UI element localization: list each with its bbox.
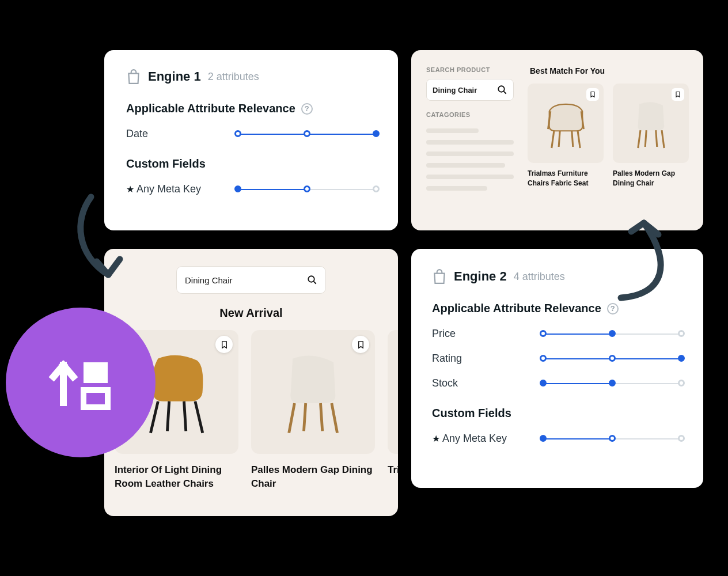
help-icon[interactable]: ? <box>607 303 619 314</box>
new-arrival-heading: New Arrival <box>104 306 398 320</box>
product-name: Trialmas Furniture Chairs Fabric Seat <box>528 169 604 188</box>
search-icon <box>497 85 507 95</box>
row-label: ★ Any Meta Key <box>432 433 507 445</box>
engine1-subtitle: 2 attributes <box>208 71 259 83</box>
engine2-row-price: Price <box>432 328 681 340</box>
meta-slider[interactable] <box>543 437 681 441</box>
sort-ascending-icon <box>43 345 118 420</box>
row-label: ★ Any Meta Key <box>126 183 201 195</box>
engine1-section-label: Applicable Attribute Relevance <box>126 102 295 115</box>
date-slider[interactable] <box>238 132 376 136</box>
chair-image <box>536 92 596 154</box>
search-input[interactable]: Dining Chair <box>176 266 326 294</box>
engine2-section-title: Applicable Attribute Relevance ? <box>432 302 681 315</box>
engine1-header: Engine 1 2 attributes <box>126 69 376 85</box>
search-input-text: Dining Chair <box>433 86 477 94</box>
row-label: Rating <box>432 353 462 365</box>
engine2-header: Engine 2 4 attributes <box>432 268 681 285</box>
product-name: Interior Of Light Dining Room Leather Ch… <box>115 463 238 491</box>
engine2-panel: Engine 2 4 attributes Applicable Attribu… <box>411 249 703 488</box>
engine2-custom-title: Custom Fields <box>432 407 681 420</box>
rating-slider[interactable] <box>543 357 681 361</box>
engine2-row-meta: ★ Any Meta Key <box>432 433 681 445</box>
meta-key-label: Any Meta Key <box>442 433 507 444</box>
shopping-bag-icon <box>432 268 447 285</box>
engine2-row-rating: Rating <box>432 353 681 365</box>
help-icon[interactable]: ? <box>301 103 313 115</box>
chair-image <box>621 92 681 154</box>
engine1-custom-title: Custom Fields <box>126 157 376 170</box>
bookmark-button[interactable] <box>352 336 369 353</box>
product-name: Palles Modern Gap Dining Chair <box>251 463 375 491</box>
star-icon: ★ <box>126 184 134 194</box>
row-label: Stock <box>432 377 458 389</box>
search-input[interactable]: Dining Chair <box>426 79 514 101</box>
sort-badge <box>6 308 156 457</box>
chair-image <box>267 346 359 438</box>
product-card[interactable]: Palles Modern Gap Dining Chair <box>613 84 689 188</box>
svg-rect-3 <box>84 390 108 407</box>
bookmark-icon <box>674 91 681 98</box>
bookmark-icon <box>220 340 229 349</box>
search-input-text: Dining Chair <box>185 275 233 285</box>
row-label: Date <box>126 128 148 140</box>
svg-point-1 <box>308 276 314 282</box>
engine2-title: Engine 2 <box>454 269 507 284</box>
categories-label: CATAGORIES <box>426 111 514 118</box>
best-match-panel: SEARCH PRODUCT Dining Chair CATAGORIES B… <box>411 50 703 230</box>
svg-point-0 <box>498 86 505 92</box>
star-icon: ★ <box>432 434 440 444</box>
bookmark-button[interactable] <box>586 88 599 101</box>
shopping-bag-icon <box>126 69 141 85</box>
svg-rect-2 <box>84 362 108 383</box>
search-icon <box>307 275 317 285</box>
price-slider[interactable] <box>543 332 681 336</box>
engine1-row-meta: ★ Any Meta Key <box>126 183 376 195</box>
best-match-heading: Best Match For You <box>530 66 689 75</box>
bookmark-icon <box>589 91 596 98</box>
engine1-panel: Engine 1 2 attributes Applicable Attribu… <box>104 50 398 230</box>
bookmark-button[interactable] <box>215 336 233 353</box>
engine1-title: Engine 1 <box>148 69 201 84</box>
engine2-section-label: Applicable Attribute Relevance <box>432 302 601 315</box>
engine1-section-title: Applicable Attribute Relevance ? <box>126 102 376 115</box>
engine2-row-stock: Stock <box>432 377 681 389</box>
product-card[interactable]: Trialmas Furniture Chairs Fabric Seat <box>528 84 604 188</box>
meta-key-label: Any Meta Key <box>136 183 201 195</box>
chair-image <box>392 346 399 438</box>
row-label: Price <box>432 328 456 340</box>
search-label: SEARCH PRODUCT <box>426 66 514 73</box>
stock-slider[interactable] <box>543 382 681 385</box>
product-name: Tria Mot <box>388 463 398 477</box>
category-skeletons <box>426 128 514 191</box>
product-name: Palles Modern Gap Dining Chair <box>613 169 689 188</box>
product-card[interactable]: Palles Modern Gap Dining Chair <box>251 330 375 491</box>
engine1-row-date: Date <box>126 128 376 140</box>
engine2-subtitle: 4 attributes <box>514 271 565 283</box>
product-card[interactable]: Tria Mot <box>388 330 398 491</box>
meta-slider[interactable] <box>238 188 376 191</box>
bookmark-button[interactable] <box>672 88 684 101</box>
bookmark-icon <box>357 340 365 349</box>
